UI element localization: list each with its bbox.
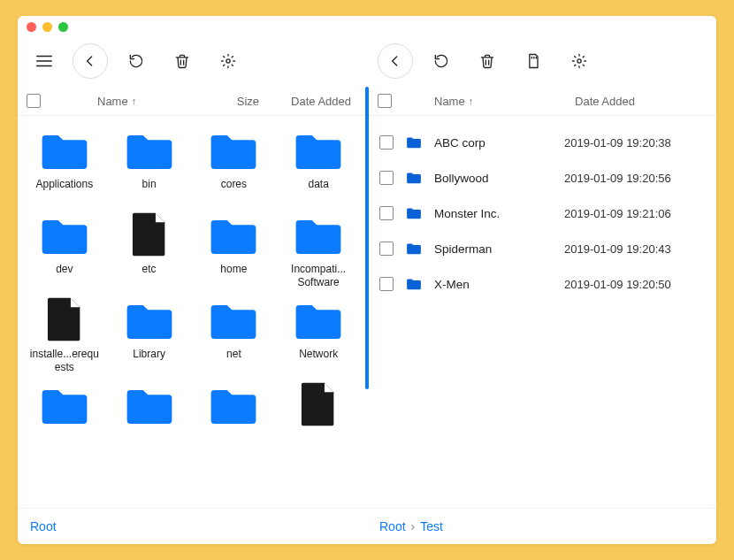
- folder-item[interactable]: Applications: [25, 125, 104, 204]
- column-size[interactable]: Size: [197, 95, 259, 108]
- item-label: etc: [142, 263, 157, 289]
- folder-icon: [124, 381, 175, 427]
- file-item[interactable]: [279, 380, 358, 459]
- item-date: 2019-01-09 19:21:06: [564, 207, 706, 220]
- row-checkbox[interactable]: [379, 171, 394, 185]
- file-item[interactable]: installe...erequests: [25, 295, 104, 374]
- folder-icon: [124, 127, 175, 173]
- column-name[interactable]: Name ↑: [97, 95, 188, 108]
- item-label: bin: [142, 178, 157, 204]
- refresh-button[interactable]: [424, 43, 459, 79]
- list-item[interactable]: Bollywood 2019-01-09 19:20:56: [378, 160, 707, 196]
- folder-icon: [39, 127, 90, 173]
- sort-asc-icon: ↑: [132, 96, 137, 106]
- list-item[interactable]: Monster Inc. 2019-01-09 19:21:06: [378, 196, 707, 231]
- select-all-checkbox[interactable]: [27, 94, 41, 108]
- folder-icon: [208, 296, 259, 342]
- folder-icon: [39, 381, 90, 427]
- list-item[interactable]: ABC corp 2019-01-09 19:20:38: [378, 125, 707, 160]
- item-name[interactable]: Spiderman: [434, 242, 552, 256]
- right-toolbar: [369, 35, 716, 87]
- left-breadcrumb: Root: [18, 509, 367, 544]
- item-label: cores: [221, 178, 247, 204]
- breadcrumb-segment[interactable]: Test: [420, 519, 443, 533]
- folder-item[interactable]: Network: [279, 295, 358, 374]
- sdcard-button[interactable]: [516, 43, 551, 79]
- row-checkbox[interactable]: [379, 277, 394, 291]
- breadcrumb-separator: ›: [411, 519, 416, 533]
- folder-item[interactable]: home: [195, 210, 274, 289]
- item-date: 2019-01-09 19:20:38: [564, 136, 706, 150]
- breadcrumb-bar: Root Root›Test: [18, 508, 716, 544]
- row-checkbox[interactable]: [379, 135, 394, 150]
- row-checkbox[interactable]: [379, 242, 394, 256]
- folder-icon: [208, 381, 259, 427]
- folder-icon: [293, 127, 344, 173]
- breadcrumb-segment[interactable]: Root: [30, 519, 57, 533]
- list-item[interactable]: X-Men 2019-01-09 19:20:50: [378, 266, 707, 302]
- folder-icon: [406, 277, 422, 291]
- file-icon: [124, 211, 175, 257]
- column-name-label: Name: [434, 95, 465, 108]
- item-label: data: [308, 178, 328, 204]
- list-view: ABC corp 2019-01-09 19:20:38 Bollywood 2…: [369, 116, 716, 302]
- row-checkbox[interactable]: [379, 206, 394, 220]
- item-label: installe...erequests: [28, 348, 101, 374]
- file-icon: [39, 296, 90, 342]
- item-name[interactable]: Bollywood: [434, 172, 552, 185]
- window-maximize-button[interactable]: [58, 22, 68, 32]
- folder-icon: [208, 127, 259, 173]
- back-button[interactable]: [378, 43, 413, 79]
- select-all-checkbox[interactable]: [378, 94, 392, 108]
- folder-item[interactable]: cores: [195, 125, 274, 204]
- trash-button[interactable]: [470, 43, 505, 79]
- item-date: 2019-01-09 19:20:50: [564, 278, 706, 291]
- folder-icon: [406, 135, 422, 150]
- folder-icon: [406, 242, 422, 256]
- window-minimize-button[interactable]: [42, 22, 52, 32]
- folder-icon: [293, 296, 344, 342]
- folder-item[interactable]: dev: [25, 210, 104, 289]
- item-name[interactable]: X-Men: [434, 278, 552, 291]
- left-content: Applications bin cores data dev etc home…: [18, 116, 365, 508]
- folder-icon: [39, 211, 90, 257]
- item-label: home: [220, 263, 247, 289]
- column-name[interactable]: Name ↑: [434, 95, 566, 108]
- settings-button[interactable]: [210, 43, 246, 79]
- refresh-button[interactable]: [119, 43, 154, 79]
- window-close-button[interactable]: [27, 22, 36, 32]
- item-label: net: [226, 348, 241, 374]
- menu-button[interactable]: [27, 43, 62, 79]
- folder-item[interactable]: [110, 380, 189, 459]
- breadcrumb-segment[interactable]: Root: [379, 519, 406, 533]
- folder-icon: [293, 211, 344, 257]
- column-date-added[interactable]: Date Added: [575, 95, 707, 108]
- folder-item[interactable]: Incompati... Software: [279, 210, 358, 289]
- svg-point-1: [577, 59, 581, 63]
- folder-item[interactable]: bin: [110, 125, 189, 204]
- trash-button[interactable]: [164, 43, 200, 79]
- item-date: 2019-01-09 19:20:56: [564, 172, 706, 185]
- item-label: Incompati... Software: [282, 263, 355, 289]
- item-label: Library: [133, 348, 165, 374]
- item-label: Applications: [36, 178, 94, 204]
- right-breadcrumb: Root›Test: [367, 509, 716, 544]
- folder-icon: [208, 211, 259, 257]
- folder-item[interactable]: Library: [110, 295, 189, 374]
- folder-icon: [406, 171, 422, 185]
- file-item[interactable]: etc: [110, 210, 189, 289]
- item-name[interactable]: ABC corp: [434, 136, 552, 150]
- back-button[interactable]: [73, 43, 108, 79]
- item-name[interactable]: Monster Inc.: [434, 207, 552, 220]
- folder-item[interactable]: net: [195, 295, 274, 374]
- settings-button[interactable]: [562, 43, 597, 79]
- list-item[interactable]: Spiderman 2019-01-09 19:20:43: [378, 231, 707, 266]
- left-pane: Name ↑ Size Date Added Applications bin …: [18, 35, 365, 508]
- column-date-added[interactable]: Date Added: [268, 95, 356, 108]
- folder-item[interactable]: [195, 380, 274, 459]
- svg-point-0: [226, 59, 230, 63]
- folder-item[interactable]: data: [279, 125, 358, 204]
- split-panes: Name ↑ Size Date Added Applications bin …: [18, 35, 716, 508]
- folder-item[interactable]: [25, 380, 104, 459]
- item-label: dev: [56, 263, 73, 289]
